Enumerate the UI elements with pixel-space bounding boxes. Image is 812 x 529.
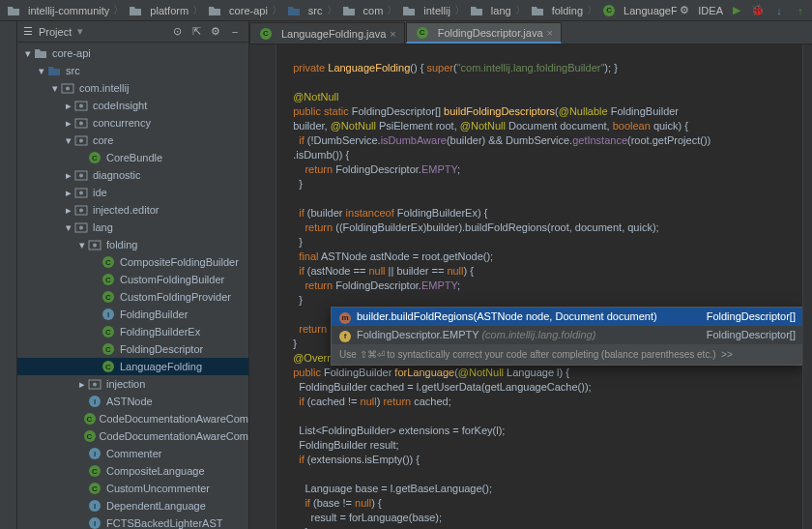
code-area[interactable]: private LanguageFolding() { super("com.i… — [276, 44, 802, 529]
tool-window-stripe-left[interactable] — [0, 21, 17, 529]
tree-node[interactable]: CCustomUncommenter — [17, 480, 248, 497]
run-config[interactable]: IDEA — [698, 5, 723, 16]
collapse-all-icon[interactable]: ⇱ — [188, 24, 204, 40]
class-icon: C — [101, 290, 116, 304]
tree-node[interactable]: ▾core-api — [17, 44, 248, 62]
select-opened-icon[interactable]: ⊙ — [169, 24, 185, 40]
breadcrumb-item[interactable]: platform — [126, 4, 190, 17]
project-tool-window: ☰ Project ▾ ⊙ ⇱ ⚙ − ▾core-api▾src▾com.in… — [17, 21, 249, 529]
tree-label: FoldingDescriptor — [120, 343, 203, 355]
tree-label: Commenter — [106, 448, 161, 459]
tree-node[interactable]: ▸ide — [17, 184, 248, 201]
tree-node[interactable]: CFoldingBuilderEx — [17, 323, 248, 340]
tree-node[interactable]: ▸diagnostic — [17, 166, 248, 184]
chevron-down-icon[interactable]: ▾ — [77, 25, 83, 38]
tree-node[interactable]: ▸codeInsight — [17, 97, 248, 114]
tree-node[interactable]: CCodeDocumentationAwareCom — [17, 427, 248, 445]
completion-item[interactable]: fFoldingDescriptor.EMPTY (com.intellij.l… — [332, 326, 802, 344]
build-icon[interactable]: ⚙ — [677, 3, 692, 18]
tree-node[interactable]: ▸concurrency — [17, 114, 248, 132]
expand-arrow-icon[interactable]: ▸ — [64, 187, 73, 199]
tree-node[interactable]: CCoreBundle — [17, 149, 248, 166]
tree-node[interactable]: CFoldingDescriptor — [17, 340, 248, 358]
tree-node[interactable]: ▾com.intellij — [17, 79, 248, 97]
tree-label: injected.editor — [93, 204, 160, 216]
tree-node[interactable]: ▾folding — [17, 236, 248, 253]
run-icon[interactable]: ▶ — [729, 3, 744, 18]
tree-label: ide — [93, 187, 107, 198]
tree-node[interactable]: CCompositeFoldingBuilder — [17, 253, 248, 271]
tree-node[interactable]: IDependentLanguage — [17, 497, 248, 514]
tree-label: src — [66, 65, 80, 76]
interface-icon: I — [87, 447, 102, 460]
vcs-update-icon[interactable]: ↓ — [771, 3, 787, 18]
svg-point-15 — [79, 226, 83, 230]
breadcrumb-item[interactable]: intellij-community — [4, 4, 111, 17]
svg-point-19 — [93, 383, 97, 387]
error-stripe[interactable] — [802, 44, 812, 529]
tree-node[interactable]: ▾src — [17, 62, 248, 79]
tree-node[interactable]: ▸injected.editor — [17, 201, 248, 219]
editor-gutter[interactable] — [249, 44, 276, 529]
breadcrumb-item[interactable]: com — [339, 4, 386, 17]
tree-node[interactable]: CLanguageFolding — [17, 358, 248, 375]
code-completion-popup[interactable]: mbuilder.buildFoldRegions(ASTNode node, … — [331, 307, 802, 366]
tree-label: CompositeLanguage — [106, 465, 205, 477]
tree-node[interactable]: IFCTSBackedLighterAST — [17, 514, 248, 529]
debug-icon[interactable]: 🐞 — [750, 3, 766, 18]
tree-node[interactable]: IASTNode — [17, 393, 248, 410]
expand-arrow-icon[interactable]: ▸ — [64, 169, 73, 182]
expand-arrow-icon[interactable]: ▸ — [77, 378, 87, 391]
tree-node[interactable]: CCustomFoldingProvider — [17, 288, 248, 306]
project-toggle-icon[interactable]: ☰ — [23, 25, 33, 38]
pkg-icon — [73, 116, 89, 130]
gear-icon[interactable]: ⚙ — [208, 24, 223, 40]
tree-node[interactable]: ▾core — [17, 132, 248, 149]
folder-icon — [341, 4, 357, 17]
expand-arrow-icon[interactable]: ▾ — [64, 221, 73, 234]
tree-node[interactable]: IFoldingBuilder — [17, 306, 248, 323]
tree-label: CodeDocumentationAwareCom — [100, 413, 249, 425]
svg-point-13 — [79, 209, 83, 213]
top-toolbar: intellij-community〉platform〉core-api〉src… — [0, 0, 812, 21]
expand-arrow-icon[interactable]: ▸ — [64, 204, 73, 217]
tree-label: CustomFoldingProvider — [120, 291, 231, 303]
expand-arrow-icon[interactable]: ▾ — [50, 82, 60, 95]
editor-tab[interactable]: CLanguageFolding.java× — [249, 22, 405, 44]
close-icon[interactable]: × — [390, 28, 395, 40]
tree-node[interactable]: ▾lang — [17, 219, 248, 236]
expand-arrow-icon[interactable]: ▾ — [23, 47, 33, 60]
tree-node[interactable]: ICommenter — [17, 445, 248, 462]
class-icon: C — [84, 412, 96, 426]
tree-label: codeInsight — [93, 100, 147, 111]
expand-arrow-icon[interactable]: ▾ — [64, 134, 73, 147]
class-icon: C — [84, 429, 96, 443]
folder-icon — [207, 4, 222, 17]
editor[interactable]: private LanguageFolding() { super("com.i… — [249, 44, 812, 529]
completion-item[interactable]: mbuilder.buildFoldRegions(ASTNode node, … — [332, 308, 802, 326]
project-tree[interactable]: ▾core-api▾src▾com.intellij▸codeInsight▸c… — [17, 43, 248, 529]
breadcrumb-item[interactable]: folding — [528, 4, 585, 17]
expand-arrow-icon[interactable]: ▸ — [64, 117, 73, 130]
svg-point-7 — [79, 139, 83, 143]
breadcrumb-item[interactable]: CLanguageFolding — [599, 4, 677, 17]
tree-node[interactable]: CCustomFoldingBuilder — [17, 271, 248, 288]
breadcrumb-item[interactable]: src — [284, 4, 325, 17]
expand-arrow-icon[interactable]: ▾ — [37, 65, 46, 77]
class-icon: C — [258, 27, 274, 41]
expand-arrow-icon[interactable]: ▾ — [77, 239, 87, 251]
tree-label: CompositeFoldingBuilder — [120, 256, 239, 268]
tree-node[interactable]: CCompositeLanguage — [17, 462, 248, 480]
breadcrumb-item[interactable]: intellij — [399, 4, 452, 17]
breadcrumb-item[interactable]: core-api — [205, 4, 270, 17]
svg-point-3 — [79, 104, 83, 108]
editor-tab[interactable]: CFoldingDescriptor.java× — [406, 22, 562, 44]
tree-node[interactable]: CCodeDocumentationAwareCom — [17, 410, 248, 427]
tree-node[interactable]: ▸injection — [17, 375, 248, 393]
vcs-commit-icon[interactable]: ↑ — [793, 3, 808, 18]
expand-arrow-icon[interactable]: ▸ — [64, 100, 73, 112]
hide-icon[interactable]: − — [227, 24, 243, 40]
close-icon[interactable]: × — [547, 27, 553, 39]
breadcrumb-item[interactable]: lang — [467, 4, 513, 17]
tree-label: CustomUncommenter — [106, 483, 210, 494]
